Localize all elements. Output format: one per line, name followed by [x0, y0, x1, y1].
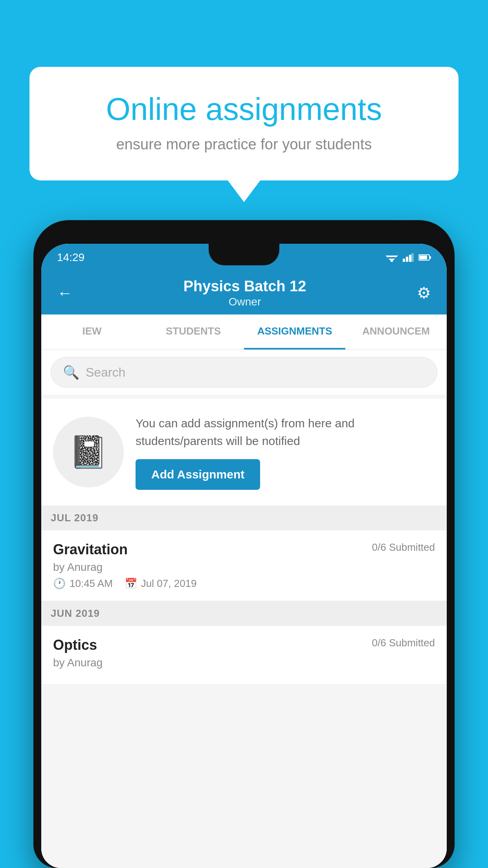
app-bar-title: Physics Batch 12 [183, 278, 306, 295]
section-jun-2019: JUN 2019 [41, 601, 447, 626]
promo-right: You can add assignment(s) from here and … [136, 414, 435, 490]
assignment-item-gravitation[interactable]: Gravitation 0/6 Submitted by Anurag 🕐 10… [41, 530, 447, 601]
promo-icon-circle: 📓 [53, 417, 124, 487]
promo-text: You can add assignment(s) from here and … [136, 414, 435, 450]
svg-rect-5 [406, 257, 408, 262]
svg-rect-4 [403, 259, 405, 262]
assignment-author-optics: by Anurag [53, 657, 435, 669]
add-assignment-button[interactable]: Add Assignment [136, 459, 260, 490]
meta-date-gravitation: 📅 Jul 07, 2019 [125, 577, 197, 590]
meta-time-value: 10:45 AM [70, 577, 113, 590]
search-placeholder: Search [86, 365, 125, 380]
assignment-name-gravitation: Gravitation [53, 541, 128, 558]
tab-students[interactable]: STUDENTS [143, 314, 244, 349]
section-label-jul: JUL 2019 [51, 512, 99, 524]
section-label-jun: JUN 2019 [51, 607, 100, 619]
back-button[interactable]: ← [57, 284, 73, 302]
svg-rect-9 [429, 256, 431, 259]
assignment-submitted-gravitation: 0/6 Submitted [372, 541, 435, 554]
bubble-subtitle: ensure more practice for your students [57, 136, 431, 153]
svg-rect-10 [419, 256, 427, 259]
meta-time-gravitation: 🕐 10:45 AM [53, 577, 113, 590]
svg-rect-7 [411, 253, 414, 262]
status-icons [385, 253, 431, 262]
section-jul-2019: JUL 2019 [41, 506, 447, 530]
assignment-top-row-optics: Optics 0/6 Submitted [53, 637, 435, 653]
notebook-icon: 📓 [69, 434, 108, 471]
tab-assignments[interactable]: ASSIGNMENTS [244, 314, 345, 349]
assignment-name-optics: Optics [53, 637, 97, 653]
tab-iew[interactable]: IEW [41, 314, 143, 349]
assignment-top-row: Gravitation 0/6 Submitted [53, 541, 435, 558]
meta-date-value: Jul 07, 2019 [141, 577, 197, 590]
speech-bubble: Online assignments ensure more practice … [29, 67, 459, 180]
assignment-submitted-optics: 0/6 Submitted [372, 637, 435, 649]
tab-bar: IEW STUDENTS ASSIGNMENTS ANNOUNCEM [41, 314, 447, 350]
app-bar-title-group: Physics Batch 12 Owner [183, 278, 306, 308]
app-bar: ← Physics Batch 12 Owner ⚙ [41, 271, 447, 314]
search-icon: 🔍 [63, 364, 79, 380]
signal-icon [403, 253, 414, 262]
assignment-author-gravitation: by Anurag [53, 561, 435, 574]
phone-screen: 14:29 [41, 244, 447, 868]
content-area: 🔍 Search 📓 You can add assignment(s) fro… [41, 350, 447, 868]
svg-rect-6 [409, 255, 411, 262]
bubble-title: Online assignments [57, 90, 431, 128]
promo-section: 📓 You can add assignment(s) from here an… [41, 399, 447, 506]
search-container: 🔍 Search [41, 350, 447, 395]
phone-frame: 14:29 [33, 220, 455, 868]
battery-icon [418, 254, 431, 261]
status-time: 14:29 [57, 251, 84, 264]
search-bar[interactable]: 🔍 Search [51, 357, 437, 388]
calendar-icon: 📅 [125, 577, 137, 590]
assignment-item-optics[interactable]: Optics 0/6 Submitted by Anurag [41, 626, 447, 684]
phone-notch [209, 244, 279, 265]
assignment-meta-gravitation: 🕐 10:45 AM 📅 Jul 07, 2019 [53, 577, 435, 590]
app-bar-subtitle: Owner [183, 296, 306, 308]
clock-icon: 🕐 [53, 577, 66, 590]
wifi-icon [385, 253, 398, 262]
settings-icon[interactable]: ⚙ [417, 284, 431, 302]
tab-announcements[interactable]: ANNOUNCEM [345, 314, 447, 349]
